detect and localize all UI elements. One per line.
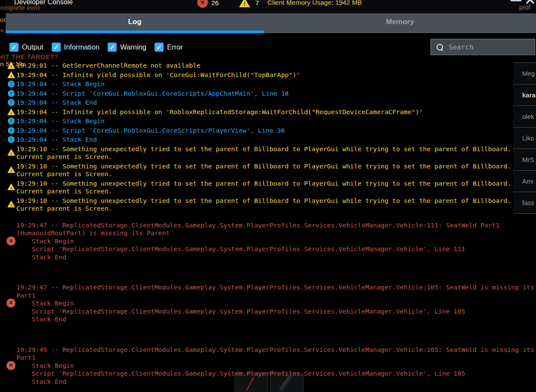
error-icon: ✕: [6, 299, 15, 308]
log-entry-error[interactable]: ✕19:29:49 -- ReplicatedStorage.ClientMod…: [6, 346, 536, 386]
warning-count-icon: !: [239, 0, 250, 7]
game-event-text: omplete evnt: [0, 4, 40, 11]
log-line: Part1: [16, 354, 536, 362]
warning-icon: !: [7, 109, 15, 115]
search-input[interactable]: [448, 43, 536, 52]
log-list: !19:29:01 -- GetServerChannelRemote not …: [6, 57, 536, 392]
log-line: 19:29:04 -- Infinite yield possible on '…: [16, 71, 536, 79]
warning-icon: !: [7, 166, 15, 173]
close-icon[interactable]: ✕: [524, 0, 536, 7]
log-line: Stack End: [16, 315, 536, 324]
log-line: 19:29:47 -- ReplicatedStorage.ClientModu…: [16, 221, 536, 230]
log-line: 19:29:10 -- Something unexpectedly tried…: [16, 145, 536, 153]
log-line: 19:29:47 -- ReplicatedStorage.ClientModu…: [16, 283, 536, 292]
log-line: Current parent is Screen.: [16, 153, 536, 161]
warning-count: 7: [255, 0, 259, 7]
log-entry-info[interactable]: !19:29:04 -- Stack End: [6, 99, 536, 107]
log-line: Stack Begin: [16, 362, 536, 370]
log-line: 19:29:04 -- Stack End: [16, 99, 536, 107]
log-line: 19:29:10 -- Something unexpectedly tried…: [16, 180, 536, 188]
log-line: Script 'ReplicatedStorage.ClientModules.…: [16, 245, 536, 253]
log-line: 19:29:04 -- Script 'CoreGui.RobloxGui.Co…: [16, 127, 536, 135]
log-entry-info[interactable]: !19:29:04 -- Script 'CoreGui.RobloxGui.C…: [6, 127, 536, 135]
log-entry-error[interactable]: ✕19:29:47 -- ReplicatedStorage.ClientMod…: [6, 221, 536, 261]
log-filterbar: ✓Output✓Information✓Warning✓Error: [9, 42, 191, 52]
warning-icon: !: [7, 72, 15, 78]
log-line: 19:29:49 -- ReplicatedStorage.ClientModu…: [16, 346, 536, 354]
log-entry-warning[interactable]: !19:29:10 -- Something unexpectedly trie…: [6, 162, 536, 178]
info-icon: !: [8, 118, 15, 124]
client-memory-usage: Client Memory Usage: 1942 MB: [267, 0, 362, 6]
log-entry-info[interactable]: !19:29:04 -- Stack Begin: [6, 117, 536, 125]
tab-memory[interactable]: Memory: [264, 13, 536, 31]
log-entry-warning[interactable]: !19:29:10 -- Something unexpectedly trie…: [6, 197, 536, 213]
screen: omplete evnt or n HIT THE TARGET? n 50:1…: [0, 0, 536, 392]
checkbox-checked-icon[interactable]: ✓: [9, 43, 19, 52]
log-line: Part1: [16, 292, 536, 300]
warning-icon: !: [7, 62, 15, 69]
info-icon: !: [8, 90, 15, 97]
error-icon: ✕: [6, 361, 15, 370]
log-line: Current parent is Screen.: [16, 170, 536, 178]
log-line: 19:29:04 -- Infinite yield possible on '…: [16, 108, 536, 116]
log-entry-error[interactable]: ✕19:29:47 -- ReplicatedStorage.ClientMod…: [6, 283, 536, 324]
info-icon: !: [8, 81, 15, 87]
log-entry-warning[interactable]: !19:29:10 -- Something unexpectedly trie…: [6, 145, 536, 161]
log-entry-warning[interactable]: !19:29:04 -- Infinite yield possible on …: [6, 108, 536, 116]
filter-label: Output: [22, 43, 43, 51]
log-entry-warning[interactable]: !19:29:01 -- GetServerChannelRemote not …: [6, 62, 536, 70]
filter-output[interactable]: ✓Output: [9, 43, 43, 52]
minimize-button[interactable]: [511, 0, 521, 1]
log-line: 19:29:10 -- Something unexpectedly tried…: [16, 197, 536, 205]
log-line: Stack End: [16, 378, 536, 386]
error-count: 26: [211, 0, 219, 7]
log-line: 19:29:01 -- GetServerChannelRemote not a…: [16, 62, 536, 70]
log-line: Script 'ReplicatedStorage.ClientModules.…: [16, 370, 536, 378]
info-icon: !: [8, 99, 15, 106]
search-box: [431, 39, 535, 55]
filter-label: Warning: [120, 43, 146, 51]
tab-log[interactable]: Log: [6, 13, 264, 31]
log-line: Current parent is Screen.: [16, 205, 536, 213]
info-icon: !: [8, 127, 15, 134]
log-line: Current parent is Screen.: [16, 187, 536, 196]
warning-icon: !: [7, 201, 15, 208]
checkbox-checked-icon[interactable]: ✓: [155, 43, 164, 52]
log-line: 19:29:04 -- Stack Begin: [16, 117, 536, 125]
filter-error[interactable]: ✓Error: [155, 43, 183, 52]
game-text-fragment: n: [0, 27, 4, 34]
checkbox-checked-icon[interactable]: ✓: [52, 43, 61, 52]
filter-label: Information: [64, 43, 100, 51]
log-line: 19:29:04 -- Stack Begin: [16, 80, 536, 88]
log-line: Stack Begin: [16, 299, 536, 308]
filter-warning[interactable]: ✓Warning: [108, 43, 146, 52]
log-entry-warning[interactable]: !19:29:04 -- Infinite yield possible on …: [6, 71, 536, 79]
log-line: Stack End: [16, 253, 536, 261]
error-icon: ✕: [6, 236, 15, 246]
filter-information[interactable]: ✓Information: [52, 43, 100, 52]
log-line: 19:29:10 -- Something unexpectedly tried…: [16, 162, 536, 171]
search-icon: [437, 44, 443, 50]
log-entry-warning[interactable]: !19:29:10 -- Something unexpectedly trie…: [6, 180, 536, 196]
log-line: (HumanoidRootPart) is missing its Parent: [16, 229, 536, 237]
error-count-icon: ✕: [197, 0, 208, 8]
console-titlebar: Developer Console ✕ 26 ! 7 Client Memory…: [6, 0, 536, 13]
log-line: 19:29:04 -- Stack End: [16, 136, 536, 144]
log-line: 19:29:04 -- Script 'CoreGui.RobloxGui.Co…: [16, 90, 536, 98]
game-text-fragment: or: [0, 16, 6, 23]
console-tabbar: Log Memory: [6, 13, 536, 33]
log-entry-info[interactable]: !19:29:04 -- Stack End: [6, 136, 536, 144]
filter-label: Error: [167, 43, 183, 51]
log-line: Stack Begin: [16, 237, 536, 246]
warning-icon: !: [7, 149, 15, 156]
log-line: Script 'ReplicatedStorage.ClientModules.…: [16, 308, 536, 316]
info-icon: !: [8, 136, 15, 143]
active-tab-underline: [6, 31, 264, 33]
log-entry-info[interactable]: !19:29:04 -- Script 'CoreGui.RobloxGui.C…: [6, 90, 536, 98]
checkbox-checked-icon[interactable]: ✓: [108, 43, 117, 52]
warning-icon: !: [7, 184, 15, 190]
log-entry-info[interactable]: !19:29:04 -- Stack Begin: [6, 80, 536, 88]
